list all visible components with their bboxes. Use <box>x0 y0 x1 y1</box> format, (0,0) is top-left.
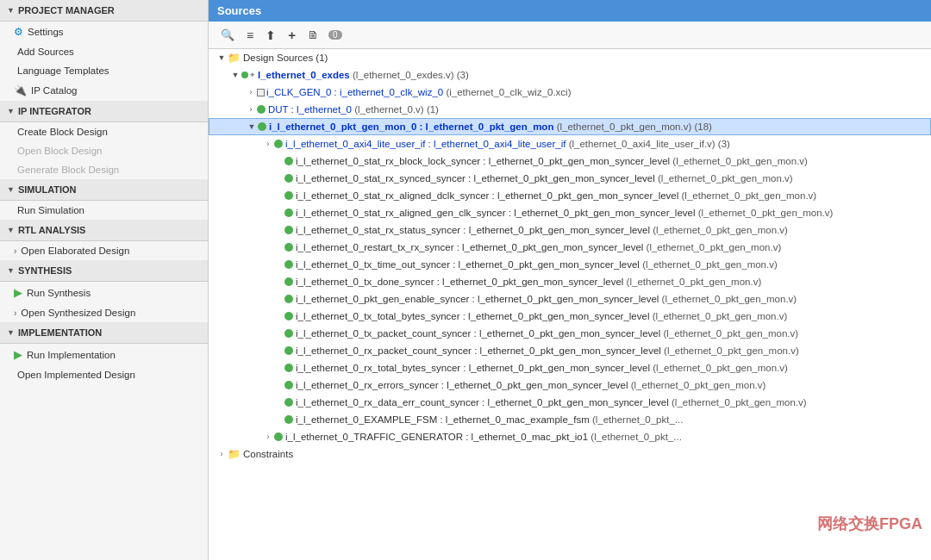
label-rx-packet-count: i_l_ethernet_0_rx_packet_count_syncer : … <box>296 345 799 356</box>
tree-node-clk-gen[interactable]: › i_CLK_GEN_0 : i_ethernet_0_clk_wiz_0 (… <box>209 84 931 101</box>
toolbar: 🔍 ≡ ⬆ + 🗎 0 <box>209 22 931 49</box>
tree-node-tx-done[interactable]: i_l_ethernet_0_tx_done_syncer : l_ethern… <box>209 273 931 290</box>
folder-icon-design-sources: 📁 <box>228 52 241 64</box>
dot-leaf-9 <box>284 295 293 303</box>
collapse-all-icon: ⬆ <box>266 28 276 42</box>
section-ip-integrator[interactable]: ▼ IP INTEGRATOR <box>0 101 208 122</box>
expand-constraints[interactable]: › <box>216 450 228 458</box>
sidebar-item-language-templates[interactable]: Language Templates <box>0 61 208 80</box>
label-stat-rx-status: i_l_ethernet_0_stat_rx_status_syncer : l… <box>296 225 788 235</box>
add-icon: + <box>288 28 296 42</box>
section-simulation[interactable]: ▼ SIMULATION <box>0 179 208 201</box>
expand-all-icon: ≡ <box>247 28 253 42</box>
section-arrow-rtl: ▼ <box>7 226 15 234</box>
tree-node-stat-rx-aligned-gen-clk[interactable]: i_l_ethernet_0_stat_rx_aligned_gen_clk_s… <box>209 204 931 221</box>
sidebar-item-open-elaborated-design[interactable]: › Open Elaborated Design <box>0 241 208 260</box>
add-button[interactable]: + <box>283 25 301 45</box>
tree-node-rx-packet-count[interactable]: i_l_ethernet_0_rx_packet_count_syncer : … <box>209 342 931 359</box>
expand-design-sources[interactable]: ▼ <box>216 53 228 62</box>
section-project-manager[interactable]: ▼ PROJECT MANAGER <box>0 0 208 22</box>
dot-leaf-6 <box>284 243 293 252</box>
tree-node-stat-rx-status[interactable]: i_l_ethernet_0_stat_rx_status_syncer : l… <box>209 221 931 239</box>
section-synthesis[interactable]: ▼ SYNTHESIS <box>0 260 208 282</box>
section-content-ipi: Create Block Design Open Block Design Ge… <box>0 122 208 179</box>
section-rtl-analysis[interactable]: ▼ RTL ANALYSIS <box>0 220 208 241</box>
sidebar-item-add-sources[interactable]: Add Sources <box>0 42 208 61</box>
sidebar-item-run-simulation[interactable]: Run Simulation <box>0 201 208 220</box>
panel-title: Sources <box>209 0 931 22</box>
expand-traffic-gen[interactable]: › <box>262 432 274 441</box>
section-label-pm: PROJECT MANAGER <box>18 5 115 16</box>
badge-count: 0 <box>328 30 342 40</box>
label-stat-rx-aligned-gen-clk: i_l_ethernet_0_stat_rx_aligned_gen_clk_s… <box>296 208 833 218</box>
section-content-sim: Run Simulation <box>0 201 208 220</box>
tree-node-exdes[interactable]: ▼ ✦ l_ethernet_0_exdes (l_ethernet_0_exd… <box>209 66 931 84</box>
tree-container[interactable]: ▼ 📁 Design Sources (1) ▼ ✦ l_ethernet_0_… <box>209 49 931 560</box>
expand-arrow-rtl: › <box>14 246 16 256</box>
expand-arrow-synth: › <box>14 308 16 318</box>
sidebar-item-ip-catalog[interactable]: 🔌 IP Catalog <box>0 80 208 101</box>
tree-node-pkt-gen-enable[interactable]: i_l_ethernet_0_pkt_gen_enable_syncer : l… <box>209 290 931 308</box>
remove-icon: 🗎 <box>308 28 319 41</box>
tree-node-axi4-lite[interactable]: › i_l_ethernet_0_axi4_lite_user_if : l_e… <box>209 135 931 152</box>
sidebar-item-open-synthesized-design[interactable]: › Open Synthesized Design <box>0 303 208 322</box>
expand-all-button[interactable]: ≡ <box>241 26 259 45</box>
search-button[interactable]: 🔍 <box>216 26 240 44</box>
section-label-impl: IMPLEMENTATION <box>18 327 102 338</box>
sidebar-item-settings[interactable]: ⚙ Settings <box>0 22 208 42</box>
expand-clk-gen[interactable]: › <box>245 88 257 96</box>
label-restart-tx-rx: i_l_ethernet_0_restart_tx_rx_syncer : l_… <box>296 242 781 252</box>
sidebar-item-open-block-design: Open Block Design <box>0 141 208 160</box>
tree-node-dut[interactable]: › DUT : l_ethernet_0 (l_ethernet_0.v) (1… <box>209 101 931 118</box>
dot-leaf-4 <box>284 208 293 217</box>
tree-node-traffic-gen[interactable]: › i_l_ethernet_0_TRAFFIC_GENERATOR : l_e… <box>209 428 931 445</box>
tree-node-rx-data-err[interactable]: i_l_ethernet_0_rx_data_err_count_syncer … <box>209 394 931 411</box>
label-rx-data-err: i_l_ethernet_0_rx_data_err_count_syncer … <box>296 397 807 408</box>
label-exdes: l_ethernet_0_exdes (l_ethernet_0_exdes.v… <box>258 70 469 80</box>
dot-leaf-5 <box>284 226 293 234</box>
tree-node-restart-tx-rx[interactable]: i_l_ethernet_0_restart_tx_rx_syncer : l_… <box>209 239 931 256</box>
tree-node-rx-errors[interactable]: i_l_ethernet_0_rx_errors_syncer : l_ethe… <box>209 376 931 394</box>
main-panel: Sources 🔍 ≡ ⬆ + 🗎 0 ▼ 📁 Design Sources (… <box>209 0 931 560</box>
section-content-synth: ▶ Run Synthesis › Open Synthesized Desig… <box>0 282 208 322</box>
label-clk-gen: i_CLK_GEN_0 : i_ethernet_0_clk_wiz_0 (i_… <box>266 87 572 97</box>
tree-node-rx-total-bytes[interactable]: i_l_ethernet_0_rx_total_bytes_syncer : l… <box>209 359 931 376</box>
section-implementation[interactable]: ▼ IMPLEMENTATION <box>0 322 208 344</box>
tree-node-stat-rx-synced[interactable]: i_l_ethernet_0_stat_rx_synced_syncer : l… <box>209 170 931 187</box>
box-icon-clkgen <box>257 89 265 96</box>
tree-node-example-fsm[interactable]: i_l_ethernet_0_EXAMPLE_FSM : l_ethernet_… <box>209 411 931 428</box>
label-tx-time-out: i_l_ethernet_0_tx_time_out_syncer : l_et… <box>296 259 778 270</box>
tree-node-tx-time-out[interactable]: i_l_ethernet_0_tx_time_out_syncer : l_et… <box>209 256 931 273</box>
label-stat-rx-synced: i_l_ethernet_0_stat_rx_synced_syncer : l… <box>296 173 793 184</box>
label-rx-total-bytes: i_l_ethernet_0_rx_total_bytes_syncer : l… <box>296 363 788 373</box>
section-arrow-sim: ▼ <box>7 185 15 194</box>
sidebar: ▼ PROJECT MANAGER ⚙ Settings Add Sources… <box>0 0 209 560</box>
sidebar-item-create-block-design[interactable]: Create Block Design <box>0 122 208 141</box>
collapse-all-button[interactable]: ⬆ <box>260 26 281 45</box>
dot-green-axi4 <box>274 140 283 148</box>
tree-node-stat-rx-block[interactable]: i_l_ethernet_0_stat_rx_block_lock_syncer… <box>209 152 931 170</box>
sidebar-item-run-implementation[interactable]: ▶ Run Implementation <box>0 344 208 365</box>
sidebar-item-open-implemented-design[interactable]: Open Implemented Design <box>0 365 208 384</box>
tree-node-stat-rx-aligned-dclk[interactable]: i_l_ethernet_0_stat_rx_aligned_dclk_sync… <box>209 187 931 204</box>
tree-node-constraints[interactable]: › 📁 Constraints <box>209 445 931 463</box>
expand-exdes[interactable]: ▼ <box>229 71 241 79</box>
dot-leaf-11 <box>284 329 293 338</box>
label-tx-total-bytes: i_l_ethernet_0_tx_total_bytes_syncer : l… <box>296 311 787 321</box>
remove-button[interactable]: 🗎 <box>303 26 324 44</box>
dot-leaf-17 <box>274 432 283 441</box>
tree-node-tx-total-bytes[interactable]: i_l_ethernet_0_tx_total_bytes_syncer : l… <box>209 308 931 325</box>
tree-node-pkt-gen-mon[interactable]: ▼ i_l_ethernet_0_pkt_gen_mon_0 : l_ether… <box>209 118 931 135</box>
label-pkt-gen-mon: i_l_ethernet_0_pkt_gen_mon_0 : l_etherne… <box>269 121 712 132</box>
tree-node-tx-packet-count[interactable]: i_l_ethernet_0_tx_packet_count_syncer : … <box>209 325 931 342</box>
sidebar-item-run-synthesis[interactable]: ▶ Run Synthesis <box>0 282 208 303</box>
tree-node-design-sources[interactable]: ▼ 📁 Design Sources (1) <box>209 49 931 66</box>
section-arrow-ipi: ▼ <box>7 107 15 115</box>
expand-dut[interactable]: › <box>245 105 257 114</box>
expand-axi4-lite[interactable]: › <box>262 140 274 148</box>
label-stat-rx-aligned-dclk: i_l_ethernet_0_stat_rx_aligned_dclk_sync… <box>296 190 816 201</box>
expand-pkt-gen-mon[interactable]: ▼ <box>246 122 258 131</box>
plug-icon: 🔌 <box>14 84 27 96</box>
dot-green-exdes <box>241 72 248 78</box>
gear-icon: ⚙ <box>14 26 23 38</box>
